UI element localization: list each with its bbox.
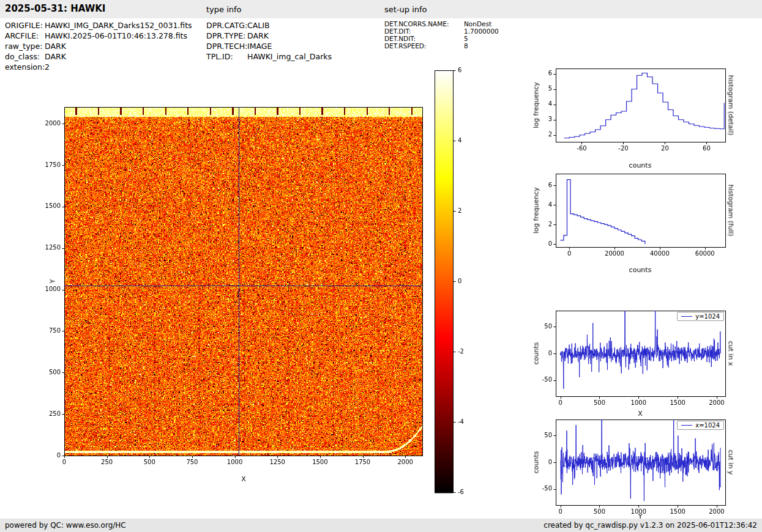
main-xaxis-label: X	[241, 475, 246, 483]
hist-detail-side-label: histogram (detail)	[727, 75, 735, 136]
setup-info-heading: set-up info	[384, 5, 427, 14]
page-title: 2025-05-31: HAWKI	[5, 3, 105, 14]
info-label: raw_type:	[5, 42, 45, 51]
info-value: 2	[45, 62, 50, 72]
hist-detail-yaxis-label: log frequency	[532, 82, 540, 128]
footer-bar: powered by QC: www.eso.org/HC created by…	[0, 519, 762, 532]
cut-y-legend: x=1024	[677, 421, 724, 430]
legend-label: x=1024	[695, 422, 720, 429]
info-row: ORIGFILE:HAWKI_IMG_DARK_Darks152_0031.fi…	[5, 21, 192, 30]
info-label: DET.NCORRS.NAME:	[384, 20, 464, 28]
histogram-detail-plot	[526, 58, 738, 165]
info-label: extension:	[5, 62, 45, 72]
info-value: DARK	[45, 52, 66, 61]
legend-label: y=1024	[695, 313, 720, 320]
main-yaxis-label: Y	[49, 279, 57, 284]
info-value: HAWKI_img_cal_Darks	[247, 52, 332, 61]
legend-line-swatch	[681, 425, 692, 426]
info-value: HAWKI.2025-06-01T10:46:13.278.fits	[45, 31, 187, 40]
footer-right-text: created by qc_rawdisp.py v1.2.3 on 2025-…	[543, 521, 757, 530]
qc-report-page: 2025-05-31: HAWKI type info set-up info …	[0, 0, 762, 532]
info-value: DARK	[247, 31, 269, 40]
footer-left-text: powered by QC: www.eso.org/HC	[5, 521, 126, 530]
info-label: DET.RSPEED:	[384, 42, 464, 50]
info-row: DET.RSPEED:8	[384, 42, 468, 50]
info-label: TPL.ID:	[206, 52, 247, 61]
info-label: DPR.CATG:	[206, 21, 247, 30]
info-row: DET.NCORRS.NAME:NonDest	[384, 20, 491, 28]
info-value: CALIB	[247, 21, 270, 30]
cut-x-side-label: cut in x	[727, 341, 735, 366]
info-row: do_class:DARK	[5, 52, 66, 61]
info-value: 5	[464, 35, 468, 42]
hist-full-yaxis-label: log frequency	[532, 187, 540, 233]
cut-x-legend: y=1024	[677, 312, 724, 321]
info-value: DARK	[45, 42, 66, 51]
header-bar: 2025-05-31: HAWKI type info set-up info	[0, 0, 762, 18]
cut-y-yaxis-label: counts	[532, 451, 540, 474]
info-value: IMAGE	[247, 42, 272, 51]
info-label: ORIGFILE:	[5, 21, 45, 30]
histogram-full-plot	[526, 163, 738, 270]
info-value: 8	[464, 42, 468, 50]
legend-line-swatch	[681, 316, 692, 317]
info-row: DPR.TYPE:DARK	[206, 31, 269, 40]
info-row: raw_type:DARK	[5, 42, 66, 51]
info-label: DET.DIT:	[384, 28, 464, 35]
info-label: DPR.TECH:	[206, 42, 247, 51]
hist-full-side-label: histogram (full)	[727, 185, 735, 237]
info-row: DPR.CATG:CALIB	[206, 21, 270, 30]
info-row: TPL.ID:HAWKI_img_cal_Darks	[206, 52, 332, 61]
info-label: DET.NDIT:	[384, 35, 464, 42]
cut-x-yaxis-label: counts	[532, 342, 540, 365]
info-row: extension:2	[5, 62, 50, 72]
hist-full-xaxis-label: counts	[629, 266, 652, 274]
cut-y-side-label: cut in y	[727, 450, 735, 475]
info-label: DPR.TYPE:	[206, 31, 247, 40]
info-value: HAWKI_IMG_DARK_Darks152_0031.fits	[45, 21, 192, 30]
info-label: ARCFILE:	[5, 31, 45, 40]
type-info-heading: type info	[206, 5, 242, 14]
main-image-plot	[24, 92, 428, 489]
info-row: DPR.TECH:IMAGE	[206, 42, 272, 51]
info-label: do_class:	[5, 52, 45, 61]
info-value: 1.7000000	[464, 28, 499, 35]
colorbar	[430, 66, 485, 500]
info-row: ARCFILE:HAWKI.2025-06-01T10:46:13.278.fi…	[5, 31, 187, 40]
info-row: DET.NDIT:5	[384, 35, 468, 42]
info-value: NonDest	[464, 20, 491, 28]
info-row: DET.DIT:1.7000000	[384, 28, 499, 35]
